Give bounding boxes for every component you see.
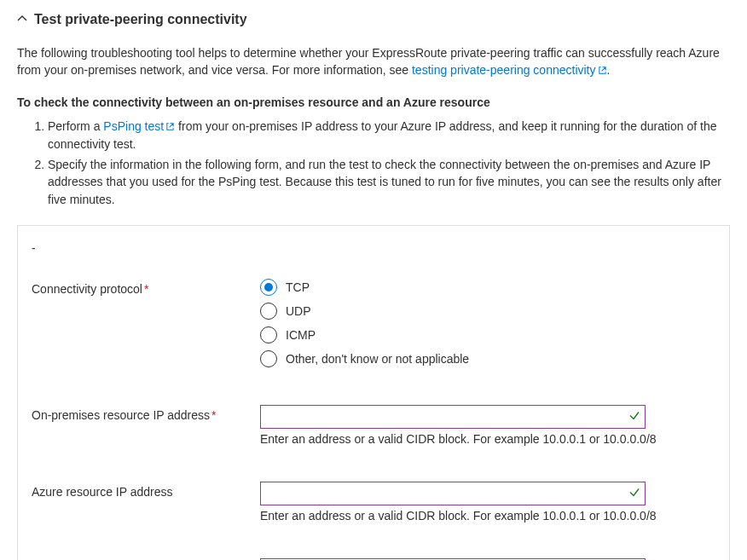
azure-ip-input[interactable] [260,482,646,505]
psping-link[interactable]: PsPing test [103,119,175,133]
onprem-ip-helper: Enter an address or a valid CIDR block. … [260,432,715,446]
check-icon [628,487,640,501]
protocol-option-label: UDP [286,304,311,318]
required-asterisk: * [211,408,216,422]
step-1: Perform a PsPing test from your on-premi… [48,118,730,153]
form-dash: - [32,241,715,255]
azure-ip-label: Azure resource IP address [32,482,260,499]
protocol-label: Connectivity protocol* [32,279,260,296]
protocol-option-tcp[interactable]: TCP [260,279,715,296]
azure-ip-helper: Enter an address or a valid CIDR block. … [260,509,715,522]
protocol-radio-group: TCP UDP ICMP Other, don't know or not ap… [260,279,715,367]
onprem-ip-input[interactable] [260,405,646,429]
required-asterisk: * [144,282,148,296]
radio-icon [260,326,277,344]
chevron-up-icon [17,13,27,26]
protocol-option-label: TCP [286,280,310,294]
field-onprem-ip: On-premises resource IP address* Enter a… [32,405,715,446]
protocol-option-other[interactable]: Other, don't know or not applicable [260,350,715,367]
radio-icon [260,279,277,296]
external-link-icon [598,62,607,79]
intro-link[interactable]: testing private-peering connectivity [412,63,607,77]
protocol-option-udp[interactable]: UDP [260,303,715,320]
radio-icon [260,303,277,320]
external-link-icon [165,118,175,136]
intro-text-before: The following troubleshooting tool helps… [17,46,720,77]
section-header[interactable]: Test private-peering connectivity [17,12,730,27]
protocol-option-icmp[interactable]: ICMP [260,326,715,344]
form-container: - Connectivity protocol* TCP UDP ICMP [17,225,730,560]
protocol-option-label: ICMP [286,328,316,342]
radio-icon [260,350,277,367]
onprem-ip-label: On-premises resource IP address* [32,405,260,422]
field-connectivity-protocol: Connectivity protocol* TCP UDP ICMP [32,279,715,367]
intro-text-after: . [607,63,611,77]
field-azure-ip: Azure resource IP address Enter an addre… [32,482,715,522]
step-2: Specify the information in the following… [48,156,730,208]
section-title: Test private-peering connectivity [34,12,247,27]
check-icon [628,410,640,424]
protocol-option-label: Other, don't know or not applicable [286,352,469,366]
intro-paragraph: The following troubleshooting tool helps… [17,44,730,80]
steps-list: Perform a PsPing test from your on-premi… [24,118,730,208]
subheading: To check the connectivity between an on-… [17,95,730,109]
